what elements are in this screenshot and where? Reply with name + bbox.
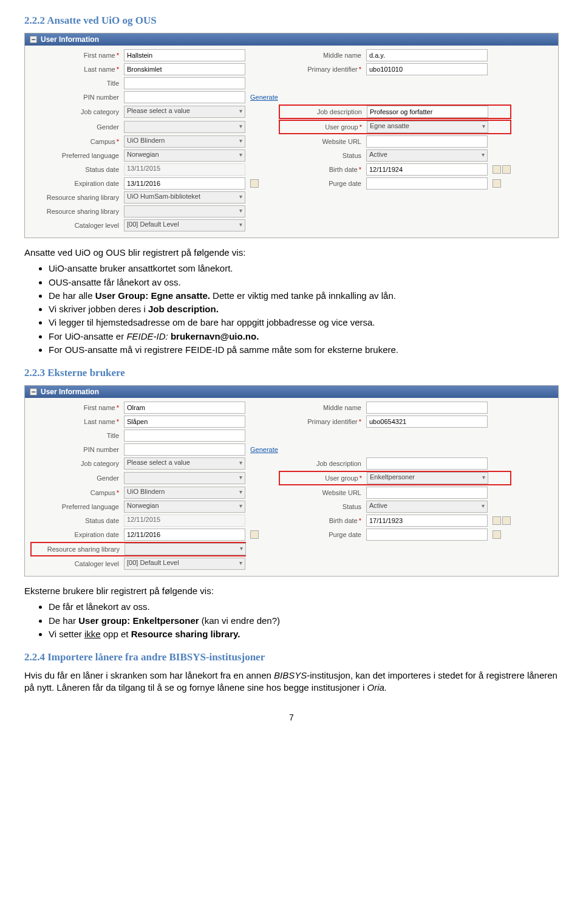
campus-select[interactable]: UiO Blindern: [124, 487, 245, 499]
pin-input[interactable]: [124, 91, 245, 103]
job-desc-input[interactable]: [366, 457, 488, 470]
heading-223: 2.2.3 Eksterne brukere: [24, 367, 559, 379]
lbl-purge: Purge date: [279, 531, 361, 538]
birth-input[interactable]: [366, 515, 488, 527]
lbl-title: Title: [31, 432, 119, 439]
list-item: De har User group: Enkeltpersoner (kan v…: [49, 615, 559, 627]
job-cat-select[interactable]: Please select a value: [124, 106, 245, 118]
lbl-rsl: Resource sharing library: [32, 546, 120, 553]
list-item: Vi skriver jobben deres i Job descriptio…: [49, 303, 559, 315]
import-paragraph: Hvis du får en låner i skranken som har …: [24, 669, 559, 694]
lbl-first-name: First name: [31, 404, 119, 411]
title-input[interactable]: [124, 429, 245, 442]
lbl-gender: Gender: [31, 123, 119, 131]
lbl-user-group: User group: [280, 474, 362, 482]
clear-icon[interactable]: [502, 516, 511, 525]
pin-input[interactable]: [124, 443, 245, 456]
lbl-middle: Middle name: [279, 52, 361, 59]
gender-select[interactable]: [124, 472, 245, 484]
calendar-icon[interactable]: [250, 530, 259, 539]
panel-header: − User Information: [25, 386, 558, 398]
gender-select[interactable]: [124, 121, 245, 133]
purge-input[interactable]: [366, 177, 488, 190]
calendar-icon[interactable]: [493, 516, 501, 525]
status-date-value: 13/11/2015: [124, 163, 245, 176]
user-group-select[interactable]: Egne ansatte: [367, 121, 488, 133]
purge-input[interactable]: [366, 529, 488, 541]
lbl-website: Website URL: [279, 138, 361, 145]
list-item: For UiO-ansatte er FEIDE-ID: brukernavn@…: [49, 330, 559, 343]
last-name-input[interactable]: [124, 416, 245, 428]
clear-icon[interactable]: [502, 165, 511, 174]
collapse-icon[interactable]: −: [30, 36, 37, 43]
pref-lang-select[interactable]: Norwegian: [124, 149, 245, 162]
job-cat-select[interactable]: Please select a value: [124, 457, 245, 470]
user-info-panel-2: − User Information First name Middle nam…: [24, 385, 559, 577]
first-name-input[interactable]: [124, 402, 245, 414]
middle-name-input[interactable]: [366, 402, 488, 414]
job-desc-input[interactable]: [367, 106, 488, 118]
page-number: 7: [24, 713, 559, 722]
status-select[interactable]: Active: [366, 149, 488, 162]
primary-id-input[interactable]: [366, 63, 488, 75]
lbl-primary-id: Primary identifier: [279, 418, 361, 425]
lbl-website: Website URL: [279, 489, 361, 496]
lbl-exp-date: Expiration date: [31, 531, 119, 538]
lbl-job-desc: Job description: [280, 108, 362, 115]
last-name-input[interactable]: [124, 63, 245, 75]
calendar-icon[interactable]: [493, 165, 501, 174]
lbl-status: Status: [279, 503, 361, 510]
middle-name-input[interactable]: [366, 49, 488, 61]
panel-title: User Information: [41, 388, 99, 396]
exp-date-input[interactable]: [124, 177, 245, 190]
status-select[interactable]: Active: [366, 501, 488, 513]
cat-level-select[interactable]: [00] Default Level: [124, 558, 245, 570]
title-input[interactable]: [124, 77, 245, 89]
lbl-gender: Gender: [31, 474, 119, 482]
first-name-input[interactable]: [124, 49, 245, 61]
lbl-status: Status: [279, 152, 361, 159]
primary-id-input[interactable]: [366, 416, 488, 428]
lbl-title: Title: [31, 80, 119, 87]
lbl-pin: PIN number: [31, 446, 119, 453]
exp-date-input[interactable]: [124, 529, 245, 541]
lbl-user-group: User group: [280, 123, 362, 131]
calendar-icon[interactable]: [493, 530, 501, 539]
pref-lang-select[interactable]: Norwegian: [124, 501, 245, 513]
panel-title: User Information: [41, 35, 99, 44]
lbl-status-date: Status date: [31, 166, 119, 173]
collapse-icon[interactable]: −: [30, 388, 37, 395]
list-item: For OUS-ansatte må vi registrere FEIDE-I…: [49, 344, 559, 356]
intro-text-1: Ansatte ved UiO og OUS blir registrert p…: [24, 247, 559, 259]
lbl-primary-id: Primary identifier: [279, 66, 361, 73]
heading-224: 2.2.4 Importere lånere fra andre BIBSYS-…: [24, 651, 559, 663]
calendar-icon[interactable]: [250, 179, 259, 188]
bullet-list-2: De får et lånekort av oss. De har User g…: [24, 601, 559, 640]
rsl-select-2[interactable]: [124, 205, 245, 217]
status-date-value: 12/11/2015: [124, 515, 245, 527]
lbl-cat-level: Cataloger level: [31, 560, 119, 567]
lbl-cat-level: Cataloger level: [31, 222, 119, 229]
generate-link[interactable]: Generate: [250, 446, 278, 453]
user-group-select[interactable]: Enkeltpersoner: [367, 472, 488, 484]
calendar-icon[interactable]: [493, 179, 501, 188]
birth-input[interactable]: [366, 163, 488, 176]
list-item: De får et lånekort av oss.: [49, 601, 559, 613]
lbl-purge: Purge date: [279, 180, 361, 187]
lbl-first-name: First name: [31, 52, 119, 59]
lbl-job-desc: Job description: [279, 460, 361, 467]
website-input[interactable]: [366, 487, 488, 499]
campus-select[interactable]: UiO Blindern: [124, 135, 245, 148]
list-item: De har alle User Group: Egne ansatte. De…: [49, 290, 559, 302]
lbl-last-name: Last name: [31, 418, 119, 425]
generate-link[interactable]: Generate: [250, 94, 278, 101]
lbl-pref-lang: Preferred language: [31, 503, 119, 510]
panel-header: − User Information: [25, 33, 558, 46]
cat-level-select[interactable]: [00] Default Level: [124, 219, 245, 231]
rsl-select-1[interactable]: UiO HumSam-biblioteket: [124, 191, 245, 204]
lbl-pin: PIN number: [31, 94, 119, 101]
bullet-list-1: UiO-ansatte bruker ansattkortet som låne…: [24, 262, 559, 356]
website-input[interactable]: [366, 135, 488, 148]
rsl-select[interactable]: [124, 543, 246, 555]
user-info-panel-1: − User Information First name Middle nam…: [24, 33, 559, 238]
